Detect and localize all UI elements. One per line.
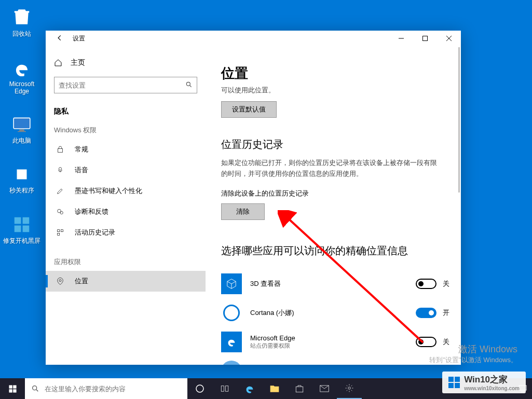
nav-label: 常规 [75, 145, 88, 154]
toggle-label: 开 [443, 308, 449, 318]
desktop-icon-label: Microsoft Edge [3, 80, 41, 95]
edge-app-icon [221, 332, 242, 352]
history-icon [56, 228, 64, 237]
svg-rect-7 [23, 217, 30, 224]
svg-rect-5 [17, 170, 27, 180]
svg-rect-27 [9, 389, 12, 392]
settings-search[interactable] [54, 77, 197, 93]
history-desc: 如果定位功能已打开，则你的位置历史记录将在该设备上被存储一段有限的时间，并可供使… [221, 158, 439, 180]
home-link[interactable]: 主页 [46, 54, 206, 72]
nav-speech[interactable]: 语音 [46, 160, 206, 181]
app-row-cortana: Cortana (小娜) 开 [221, 298, 449, 327]
task-view-icon[interactable] [212, 378, 237, 399]
cortana-taskbar-icon[interactable] [187, 378, 212, 399]
taskbar-search-input[interactable] [45, 385, 181, 393]
app-name: Cortana (小娜) [250, 308, 416, 318]
desktop-icon-label: 修复开机黑屏 [3, 237, 40, 245]
desktop-icon-quickclose[interactable]: 秒关程序 [3, 164, 41, 195]
svg-rect-32 [221, 386, 224, 392]
toggle-3d[interactable] [416, 279, 436, 289]
mic-icon [56, 166, 64, 174]
titlebar: 设置 [46, 31, 461, 46]
section-windows-perm: Windows 权限 [46, 126, 206, 139]
app-row-edge: Microsoft Edge站点仍需要权限 关 [221, 327, 449, 356]
svg-rect-6 [15, 217, 21, 224]
start-button[interactable] [0, 378, 25, 399]
svg-point-23 [59, 280, 61, 282]
skype-icon: S [221, 361, 242, 365]
app-icon [11, 164, 32, 185]
app-row-3d: 3D 查看器 关 [221, 269, 449, 298]
page-title: 位置 [221, 64, 461, 82]
nav-diagnostics[interactable]: 诊断和反馈 [46, 201, 206, 222]
maximize-button[interactable] [413, 31, 437, 46]
history-heading: 位置历史记录 [221, 137, 461, 152]
svg-rect-25 [9, 385, 12, 388]
app-icon [11, 214, 32, 235]
mail-taskbar-icon[interactable] [312, 378, 337, 399]
taskbar-search[interactable] [25, 378, 187, 399]
svg-rect-20 [58, 230, 60, 232]
nav-label: 位置 [75, 277, 88, 286]
window-title: 设置 [73, 34, 85, 43]
nav-activity[interactable]: 活动历史记录 [46, 222, 206, 243]
svg-point-14 [186, 82, 190, 86]
apps-heading: 选择哪些应用可以访问你的精确位置信息 [221, 244, 461, 258]
toggle-label: 关 [443, 337, 449, 347]
svg-point-31 [196, 385, 203, 392]
svg-rect-3 [18, 131, 26, 132]
set-default-button[interactable]: 设置默认值 [221, 101, 277, 118]
home-icon [54, 59, 62, 67]
app-name: Microsoft Edge站点仍需要权限 [250, 334, 416, 350]
svg-rect-8 [15, 226, 21, 232]
close-button[interactable] [437, 31, 461, 46]
scrollbar-thumb[interactable] [458, 47, 460, 192]
cortana-icon [221, 302, 242, 323]
nav-label: 诊断和反馈 [75, 207, 108, 216]
svg-rect-22 [58, 233, 60, 235]
back-button[interactable] [56, 34, 64, 43]
cube-icon [221, 273, 242, 294]
settings-taskbar-icon[interactable] [337, 378, 362, 399]
desktop-icon-pc[interactable]: 此电脑 [3, 114, 41, 145]
svg-rect-16 [58, 149, 62, 153]
clear-label: 清除此设备上的位置历史记录 [221, 189, 461, 198]
nav-inking[interactable]: 墨迹书写和键入个性化 [46, 181, 206, 201]
category-title: 隐私 [46, 104, 206, 126]
desktop-icon-recycle-bin[interactable]: 回收站 [3, 7, 41, 38]
svg-line-15 [190, 85, 192, 87]
edge-taskbar-icon[interactable] [237, 378, 262, 399]
svg-rect-1 [13, 118, 30, 129]
nav-label: 墨迹书写和键入个性化 [75, 186, 142, 196]
minimize-button[interactable] [389, 31, 413, 46]
toggle-edge[interactable] [416, 337, 436, 347]
toggle-cortana[interactable] [416, 308, 436, 318]
desktop-icon-fixboot[interactable]: 修复开机黑屏 [3, 214, 41, 245]
svg-rect-2 [19, 130, 24, 131]
cut-desc: 可以使用此位置。 [221, 86, 461, 95]
svg-rect-28 [13, 389, 16, 392]
svg-point-19 [60, 211, 63, 214]
section-app-perm: 应用权限 [46, 257, 206, 271]
svg-point-36 [348, 387, 351, 390]
app-row-skype: S Skype 关 [221, 356, 449, 365]
svg-rect-34 [296, 387, 303, 392]
desktop-icon-label: 秒关程序 [9, 186, 34, 195]
brand-watermark: Win10之家 www.win10xitong.com [442, 372, 526, 393]
edge-icon [11, 58, 32, 79]
nav-label: 语音 [75, 166, 88, 175]
svg-rect-9 [23, 226, 30, 232]
svg-rect-33 [226, 386, 228, 392]
svg-line-30 [36, 390, 38, 391]
nav-general[interactable]: 常规 [46, 139, 206, 160]
explorer-taskbar-icon[interactable] [262, 378, 287, 399]
store-taskbar-icon[interactable] [287, 378, 312, 399]
location-icon [56, 277, 64, 285]
svg-point-29 [33, 386, 37, 390]
nav-label: 活动历史记录 [75, 228, 115, 237]
settings-search-input[interactable] [59, 81, 185, 89]
desktop-icon-edge[interactable]: Microsoft Edge [3, 58, 41, 95]
clear-button[interactable]: 清除 [221, 203, 265, 220]
feedback-icon [56, 208, 64, 216]
nav-location[interactable]: 位置 [46, 271, 206, 292]
